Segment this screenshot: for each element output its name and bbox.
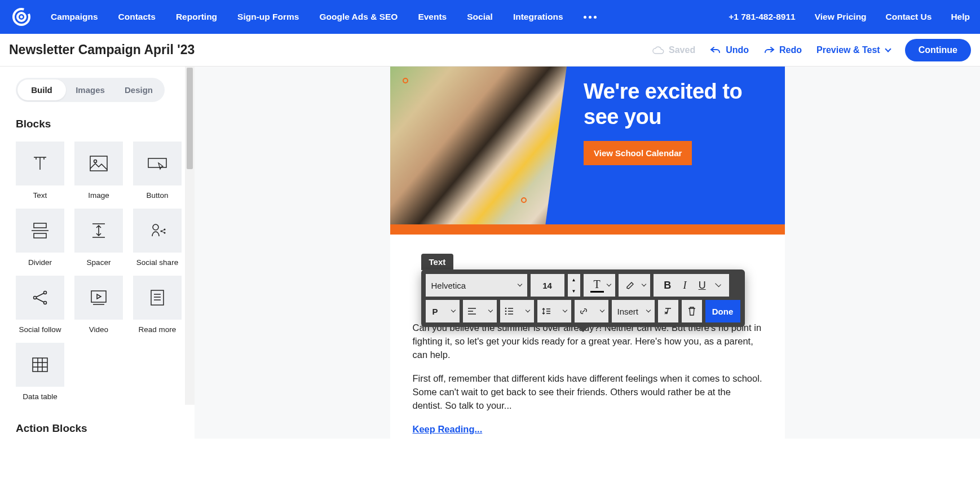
nav-social[interactable]: Social [467, 12, 493, 22]
image-icon [89, 155, 108, 172]
done-button[interactable]: Done [705, 300, 740, 322]
tab-design[interactable]: Design [114, 79, 163, 100]
block-image-label: Image [88, 191, 109, 200]
spacer-icon [90, 222, 107, 240]
social-follow-icon [30, 289, 50, 306]
action-blocks-title: Action Blocks [16, 422, 179, 435]
font-size-input[interactable]: 14 [531, 274, 564, 297]
hero-section: We're excited to see you View School Cal… [390, 67, 785, 224]
underline-button[interactable]: U [696, 280, 708, 291]
svg-rect-18 [91, 291, 106, 302]
chevron-down-icon [488, 308, 492, 312]
body-paragraph: First off, remember that different kids … [413, 372, 762, 413]
block-video[interactable]: Video [74, 276, 123, 334]
chevron-down-icon [525, 308, 529, 312]
line-height-icon [542, 307, 551, 316]
nav-contact[interactable]: Contact Us [886, 12, 932, 22]
block-read-more-label: Read more [139, 325, 176, 334]
nav-events[interactable]: Events [418, 12, 447, 22]
svg-point-4 [94, 160, 97, 163]
highlight-color-button[interactable] [619, 274, 650, 297]
decor-circle-icon [403, 78, 408, 83]
sidebar: Build Images Design Blocks Text Image Bu… [0, 67, 195, 439]
delete-button[interactable] [682, 300, 702, 322]
nav-pricing[interactable]: View Pricing [815, 12, 867, 22]
nav-more-icon[interactable] [584, 16, 597, 19]
block-text[interactable]: Text [16, 142, 64, 200]
svg-point-33 [505, 311, 506, 312]
list-button[interactable] [500, 300, 534, 322]
bold-button[interactable]: B [661, 280, 673, 291]
block-social-follow[interactable]: Social follow [16, 276, 64, 334]
clear-formatting-button[interactable] [658, 300, 678, 322]
link-button[interactable] [575, 300, 608, 322]
insert-button[interactable]: Insert [612, 300, 655, 322]
redo-icon [763, 46, 775, 54]
video-icon [90, 289, 108, 306]
undo-button[interactable]: Undo [710, 45, 749, 55]
nav-phone[interactable]: +1 781-482-8911 [729, 12, 796, 22]
keep-reading-link[interactable]: Keep Reading... [413, 423, 483, 436]
chevron-down-icon [885, 46, 891, 52]
hero-cta-button[interactable]: View School Calendar [584, 141, 692, 165]
text-style-group: B I U [654, 274, 729, 297]
highlighter-icon [625, 280, 635, 290]
block-social-follow-label: Social follow [19, 325, 61, 334]
line-height-button[interactable] [537, 300, 571, 322]
block-data-table-label: Data table [23, 392, 58, 401]
block-social-share[interactable]: Social share [133, 209, 182, 267]
svg-rect-24 [33, 358, 47, 372]
svg-point-16 [44, 291, 47, 294]
sidebar-scrollbar[interactable] [185, 67, 195, 405]
continue-button[interactable]: Continue [905, 39, 971, 61]
paragraph-style-button[interactable]: P [426, 300, 460, 322]
font-color-button[interactable]: T [584, 274, 615, 297]
nav-links: Campaigns Contacts Reporting Sign-up For… [51, 12, 597, 22]
chevron-down-icon [606, 282, 611, 286]
block-read-more[interactable]: Read more [133, 276, 182, 334]
undo-icon [710, 46, 721, 54]
redo-button[interactable]: Redo [763, 45, 802, 55]
hero-title: We're excited to see you [584, 79, 773, 130]
brand-logo[interactable] [10, 6, 33, 28]
nav-google-ads[interactable]: Google Ads & SEO [319, 12, 398, 22]
tab-images[interactable]: Images [66, 79, 114, 100]
preview-test-button[interactable]: Preview & Test [816, 45, 890, 55]
trash-icon [687, 306, 696, 316]
nav-integrations[interactable]: Integrations [513, 12, 563, 22]
block-data-table[interactable]: Data table [16, 343, 64, 401]
align-button[interactable] [463, 300, 497, 322]
block-text-label: Text [33, 191, 47, 200]
font-family-select[interactable]: Helvetica [426, 274, 527, 297]
font-size-stepper[interactable]: ▲ ▼ [568, 274, 580, 297]
clear-format-icon [663, 307, 673, 316]
svg-rect-3 [90, 156, 107, 171]
font-size-down[interactable]: ▼ [568, 285, 580, 297]
font-size-up[interactable]: ▲ [568, 274, 580, 285]
nav-reporting[interactable]: Reporting [176, 12, 217, 22]
main-area: Build Images Design Blocks Text Image Bu… [0, 67, 980, 439]
tab-build[interactable]: Build [17, 79, 66, 100]
sidebar-tabs: Build Images Design [16, 78, 165, 102]
block-button[interactable]: Button [133, 142, 182, 200]
nav-signup-forms[interactable]: Sign-up Forms [237, 12, 299, 22]
social-share-icon [148, 222, 166, 240]
nav-campaigns[interactable]: Campaigns [51, 12, 98, 22]
chevron-down-icon [562, 308, 567, 312]
chevron-down-icon [451, 308, 455, 312]
nav-help[interactable]: Help [951, 12, 970, 22]
chevron-down-icon[interactable] [715, 281, 721, 288]
block-divider[interactable]: Divider [16, 209, 64, 267]
block-video-label: Video [89, 325, 108, 334]
toolbar-pointer-icon [577, 326, 589, 332]
text-toolbar: Helvetica 14 ▲ ▼ T B I U [421, 269, 745, 327]
block-image[interactable]: Image [74, 142, 123, 200]
bullet-list-icon [505, 307, 514, 315]
block-spacer-label: Spacer [87, 258, 111, 267]
italic-button[interactable]: I [681, 280, 688, 291]
email-canvas: We're excited to see you View School Cal… [390, 67, 785, 439]
nav-contacts[interactable]: Contacts [118, 12, 156, 22]
svg-point-15 [34, 297, 37, 299]
text-block-label: Text [421, 254, 454, 270]
block-spacer[interactable]: Spacer [74, 209, 123, 267]
